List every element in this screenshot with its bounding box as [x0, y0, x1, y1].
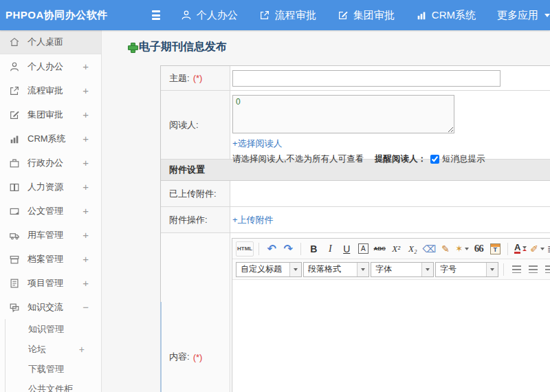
topnav-crm-system[interactable]: CRM系统	[416, 9, 476, 22]
bold-button[interactable]: B	[306, 241, 321, 257]
superscript-button[interactable]: X²	[388, 241, 404, 257]
sidebar-item-label: CRM系统	[28, 133, 66, 145]
toolbar-separator	[300, 243, 301, 255]
highlight-color-button[interactable]: ✐	[529, 241, 545, 257]
required-mark: (*)	[193, 73, 203, 83]
bar-chart-icon	[416, 10, 427, 21]
sidebar-item-vehicle[interactable]: 用车管理 +	[0, 223, 101, 247]
bar-chart-icon	[8, 133, 20, 144]
custom-heading-select[interactable]: 自定义标题	[236, 262, 302, 277]
submenu-item-label: 知识管理	[28, 323, 64, 336]
person-icon	[8, 61, 20, 72]
sidebar-item-projects[interactable]: 项目管理 +	[0, 271, 101, 295]
subject-input[interactable]	[232, 70, 500, 87]
page-title: 电子期刊信息发布	[128, 40, 227, 54]
sidebar-item-admin-office[interactable]: 行政办公 +	[0, 151, 101, 175]
sidebar-item-group-approval[interactable]: 集团审批 +	[0, 102, 101, 127]
sms-notify-checkbox[interactable]	[430, 155, 439, 164]
expand-plus-icon[interactable]: +	[82, 181, 89, 193]
book-icon	[8, 181, 20, 193]
submenu-item-downloads[interactable]: 下载管理	[6, 359, 101, 379]
expand-plus-icon[interactable]: +	[82, 85, 89, 96]
submenu-item-label: 公共文件柜	[28, 383, 73, 392]
align-left-button[interactable]	[509, 262, 524, 277]
toolbar-separator	[503, 263, 504, 276]
paste-as-text-button[interactable]: T	[487, 241, 503, 257]
expand-plus-icon[interactable]: +	[82, 61, 89, 72]
chat-bubbles-icon	[8, 301, 20, 313]
select-readers-link[interactable]: +选择阅读人	[232, 138, 283, 150]
topnav-personal-office[interactable]: 个人办公	[181, 9, 238, 22]
knowledge-submenu: 知识管理 论坛 + 下载管理 公共文件柜	[5, 319, 101, 392]
topnav-group-approval[interactable]: 集团审批	[338, 9, 395, 22]
sidebar-item-label: 公文管理	[28, 205, 63, 217]
expand-plus-icon[interactable]: +	[82, 109, 89, 120]
strikethrough-button[interactable]: ABC	[372, 241, 387, 257]
readers-textarea[interactable]: 0	[232, 95, 454, 133]
subscript-button[interactable]: X₂	[405, 241, 420, 257]
expand-plus-icon[interactable]: +	[82, 157, 89, 168]
quick-format-button[interactable]: ✶	[454, 241, 470, 257]
topnav-label: CRM系统	[432, 9, 476, 22]
app-brand: PHPOA协同办公软件	[6, 9, 108, 22]
font-family-select[interactable]: 字体	[371, 262, 434, 277]
paragraph-format-select[interactable]: 段落格式	[303, 262, 369, 277]
hamburger-menu-icon[interactable]	[152, 10, 160, 20]
font-color-button[interactable]: A	[513, 241, 528, 257]
format-brush-icon[interactable]: ✎	[438, 241, 453, 257]
content-label-cell: 内容: (*)	[161, 233, 230, 392]
sidebar-item-label: 档案管理	[28, 253, 63, 265]
align-right-icon	[545, 265, 550, 273]
blockquote-button[interactable]: 66	[471, 241, 486, 257]
readers-row: 阅读人: 0 +选择阅读人 请选择阅读人,不选为所有人可查看 提醒阅读人： 短消…	[161, 91, 550, 160]
submenu-item-forum[interactable]: 论坛 +	[6, 339, 101, 359]
caret-down-icon	[421, 263, 433, 276]
sidebar-item-crm[interactable]: CRM系统 +	[0, 127, 101, 151]
sidebar-item-label: 个人办公	[28, 61, 63, 73]
expand-plus-icon[interactable]: +	[82, 253, 89, 265]
sidebar-item-label: 个人桌面	[28, 36, 63, 48]
edit-square-icon	[8, 109, 20, 120]
truck-icon	[8, 229, 20, 241]
font-style-button[interactable]: A	[355, 241, 371, 257]
sidebar-item-label: 项目管理	[28, 277, 63, 290]
caret-down-icon	[486, 263, 498, 276]
expand-plus-icon[interactable]: +	[79, 344, 85, 355]
expand-plus-icon[interactable]: +	[82, 277, 89, 289]
topnav-more-apps[interactable]: 更多应用	[497, 9, 550, 22]
redo-button[interactable]: ↷	[280, 241, 296, 257]
sidebar-item-label: 人力资源	[28, 181, 63, 193]
collapse-minus-icon[interactable]: −	[82, 301, 89, 313]
upload-attachment-link[interactable]: +上传附件	[232, 214, 274, 226]
align-center-button[interactable]	[525, 262, 540, 277]
sidebar-item-personal-desktop[interactable]: 个人桌面	[0, 30, 101, 54]
ordered-list-button[interactable]: ≣	[547, 241, 550, 257]
topnav-workflow-approval[interactable]: 流程审批	[259, 9, 316, 22]
sidebar-item-workflow-approval[interactable]: 流程审批 +	[0, 78, 101, 102]
sidebar-item-official-docs[interactable]: 公文管理 +	[0, 199, 101, 223]
sidebar-item-knowledge[interactable]: 知识交流 −	[0, 295, 101, 319]
readers-label: 阅读人:	[169, 119, 199, 131]
align-left-icon	[512, 265, 521, 273]
html-source-button[interactable]: HTML	[236, 241, 254, 257]
expand-plus-icon[interactable]: +	[82, 133, 89, 144]
topbar: PHPOA协同办公软件 个人办公 流程审批 集团审批 CRM系统 更多应用	[0, 0, 550, 30]
undo-button[interactable]: ↶	[264, 241, 279, 257]
edit-square-icon	[338, 10, 349, 21]
editor-content-area[interactable]	[232, 280, 550, 392]
top-navigation: 个人办公 流程审批 集团审批 CRM系统 更多应用	[181, 9, 550, 22]
publish-form: 主题: (*) 阅读人: 0 +选择阅读人 请选择阅读人,不选为所有人可查看 提…	[160, 65, 550, 392]
sidebar-item-personal-office[interactable]: 个人办公 +	[0, 54, 101, 78]
expand-plus-icon[interactable]: +	[82, 205, 89, 217]
submenu-item-public-cabinet[interactable]: 公共文件柜	[6, 379, 101, 392]
eraser-icon[interactable]: ⌫	[421, 241, 437, 257]
align-right-button[interactable]	[542, 262, 550, 277]
sidebar-item-archives[interactable]: 档案管理 +	[0, 247, 101, 271]
expand-plus-icon[interactable]: +	[82, 229, 89, 241]
font-size-select[interactable]: 字号	[435, 262, 498, 277]
italic-button[interactable]: I	[322, 241, 338, 257]
underline-button[interactable]: U	[339, 241, 354, 257]
required-mark: (*)	[193, 352, 203, 362]
submenu-item-knowledge-mgmt[interactable]: 知识管理	[6, 319, 101, 339]
sidebar-item-hr[interactable]: 人力资源 +	[0, 175, 101, 199]
